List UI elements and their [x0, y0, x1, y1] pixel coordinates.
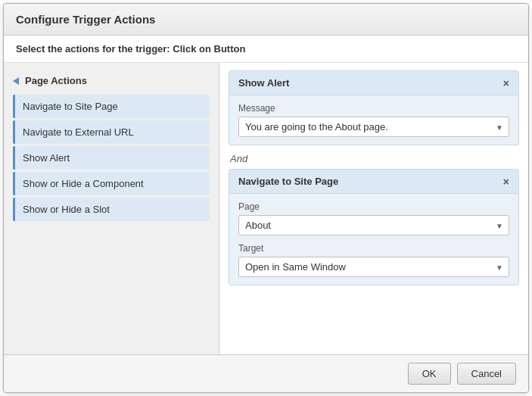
action-item-show-alert[interactable]: Show Alert — [13, 146, 210, 170]
left-panel: Page Actions Navigate to Site Page Navig… — [4, 63, 219, 354]
page-dropdown-wrapper: About ▼ — [238, 215, 509, 235]
ok-button[interactable]: OK — [408, 363, 451, 385]
dialog-title: Configure Trigger Actions — [16, 13, 516, 26]
right-panel: Show Alert × Message You are going to th… — [219, 63, 528, 354]
show-alert-card: Show Alert × Message You are going to th… — [229, 70, 519, 145]
message-label: Message — [238, 103, 509, 114]
section-title: Page Actions — [25, 75, 87, 86]
navigate-site-title: Navigate to Site Page — [238, 176, 338, 187]
dialog-footer: OK Cancel — [4, 354, 528, 392]
action-item-navigate-site[interactable]: Navigate to Site Page — [13, 95, 210, 118]
navigate-site-close-button[interactable]: × — [503, 176, 509, 187]
subheader-prefix: Select the actions for the trigger: — [16, 43, 173, 55]
trigger-name: Click on Button — [173, 43, 245, 55]
action-item-show-hide-component[interactable]: Show or Hide a Component — [13, 172, 210, 195]
action-item-show-hide-slot[interactable]: Show or Hide a Slot — [13, 198, 210, 221]
configure-trigger-dialog: Configure Trigger Actions Select the act… — [3, 3, 529, 393]
dialog-body: Page Actions Navigate to Site Page Navig… — [4, 63, 528, 354]
target-dropdown-wrapper: Open in Same Window Open in New Window ▼ — [238, 257, 509, 277]
navigate-site-card-header: Navigate to Site Page × — [229, 170, 518, 194]
target-label: Target — [238, 243, 509, 254]
target-dropdown[interactable]: Open in Same Window Open in New Window — [238, 257, 509, 277]
page-label: Page — [238, 201, 509, 212]
collapse-triangle-icon — [13, 77, 19, 85]
and-separator: And — [230, 153, 518, 164]
message-dropdown-wrapper: You are going to the About page. ▼ — [238, 117, 509, 137]
section-header: Page Actions — [4, 69, 219, 92]
navigate-site-card-body: Page About ▼ Target Open in Same Window … — [229, 194, 518, 285]
page-dropdown[interactable]: About — [238, 215, 509, 235]
message-dropdown[interactable]: You are going to the About page. — [238, 117, 509, 137]
dialog-header: Configure Trigger Actions — [4, 4, 528, 36]
action-item-navigate-url[interactable]: Navigate to External URL — [13, 120, 210, 144]
show-alert-close-button[interactable]: × — [503, 78, 509, 89]
show-alert-title: Show Alert — [238, 77, 289, 89]
dialog-subheader: Select the actions for the trigger: Clic… — [4, 36, 528, 63]
show-alert-card-header: Show Alert × — [229, 71, 518, 95]
cancel-button[interactable]: Cancel — [457, 363, 516, 385]
show-alert-card-body: Message You are going to the About page.… — [229, 95, 518, 145]
navigate-site-card: Navigate to Site Page × Page About ▼ Tar… — [229, 169, 519, 285]
